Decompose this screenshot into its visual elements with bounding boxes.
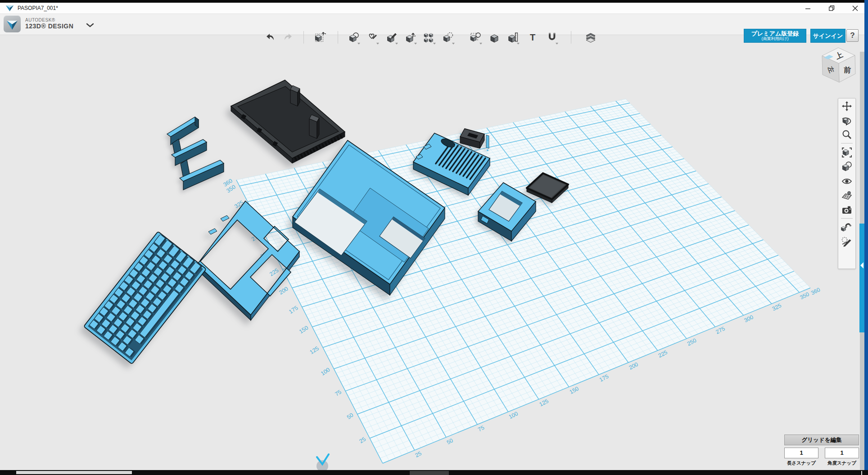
- minimize-icon: [805, 6, 811, 11]
- palette-separator: [841, 143, 853, 143]
- toolbar-separator: [303, 31, 304, 44]
- premium-label: プレミアム版登録: [751, 31, 799, 37]
- zoom-icon[interactable]: [840, 128, 854, 142]
- help-label: ?: [850, 31, 854, 40]
- transform-icon[interactable]: [312, 30, 329, 46]
- brand-text: AUTODESK® 123D® DESIGN: [25, 18, 73, 29]
- premium-button[interactable]: プレミアム版登録 (商業利用向け): [744, 29, 806, 43]
- taskbar-segment-light: [16, 471, 132, 474]
- combine-icon[interactable]: [486, 30, 502, 46]
- restore-button[interactable]: [827, 4, 836, 13]
- panel-expand-arrow-icon[interactable]: [860, 262, 863, 269]
- grid-settings-panel: グリッドを編集 1 1 長さスナップ 角度スナップ: [784, 435, 859, 445]
- signin-button[interactable]: サインイン: [810, 29, 845, 43]
- taskbar-strip: [0, 470, 868, 475]
- taskbar-divider: [861, 471, 862, 475]
- menu-chevron-icon[interactable]: [86, 23, 94, 27]
- document-title: PASOPIA7_001*: [18, 5, 58, 11]
- help-button[interactable]: ?: [846, 29, 859, 42]
- application-window: PASOPIA7_001*: [0, 0, 868, 475]
- edit-grid-button[interactable]: グリッドを編集: [784, 435, 859, 445]
- snap-toggle-icon[interactable]: [840, 221, 854, 234]
- undo-icon[interactable]: [262, 30, 278, 46]
- dropdown-caret-icon: [357, 43, 360, 45]
- orbit-icon[interactable]: [840, 114, 854, 127]
- hide-show-icon[interactable]: [840, 175, 854, 188]
- dropdown-caret-icon: [517, 43, 520, 45]
- length-snap-label: 長さスナップ: [784, 460, 818, 466]
- material-icon[interactable]: [583, 30, 599, 46]
- screenshot-icon[interactable]: [840, 203, 854, 217]
- dropdown-caret-icon: [452, 43, 455, 45]
- dropdown-caret-icon: [395, 43, 398, 45]
- main-toolbar: AUTODESK® 123D® DESIGN T プレミアム版登録 (商業利用向…: [0, 14, 868, 35]
- close-icon: [852, 5, 858, 11]
- navigation-palette: [838, 98, 856, 269]
- angle-snap-label: 角度スナップ: [825, 460, 859, 466]
- svg-text:T: T: [530, 32, 535, 42]
- right-scrollbar-thumb[interactable]: [859, 224, 864, 332]
- taskbar-segment-dim: [410, 471, 449, 475]
- minimize-button[interactable]: [803, 4, 813, 13]
- look-at-icon[interactable]: [840, 160, 854, 174]
- 123d-logo-icon: [4, 15, 21, 32]
- viewport-3d[interactable]: [0, 35, 864, 470]
- restore-icon: [829, 5, 835, 11]
- show-grid-icon[interactable]: [840, 189, 854, 202]
- text-icon[interactable]: T: [524, 30, 541, 46]
- pan-icon[interactable]: [840, 99, 854, 113]
- dropdown-caret-icon: [479, 43, 482, 45]
- redo-icon[interactable]: [280, 30, 296, 46]
- angle-snap-input[interactable]: 1: [825, 448, 859, 458]
- brand-line2: 123D® DESIGN: [25, 23, 73, 30]
- toolbar-separator: [571, 31, 571, 44]
- window-right-edge: [864, 0, 868, 470]
- dropdown-caret-icon: [556, 43, 558, 45]
- app-menu[interactable]: AUTODESK® 123D® DESIGN: [4, 15, 94, 32]
- app-logo-icon: [6, 5, 14, 12]
- app-logo-tile: [4, 15, 21, 32]
- title-bar: PASOPIA7_001*: [0, 3, 868, 14]
- length-snap-input[interactable]: 1: [784, 448, 818, 458]
- premium-sublabel: (商業利用向け): [761, 37, 788, 41]
- dropdown-caret-icon: [433, 43, 436, 45]
- close-button[interactable]: [850, 4, 860, 13]
- toolbar-separator: [338, 31, 338, 44]
- palette-separator: [841, 218, 853, 219]
- edit-sketch-icon[interactable]: [840, 235, 854, 249]
- signin-label: サインイン: [813, 33, 843, 39]
- dropdown-caret-icon: [414, 43, 417, 45]
- zoom-fit-icon[interactable]: [840, 146, 854, 159]
- dropdown-caret-icon: [376, 43, 379, 45]
